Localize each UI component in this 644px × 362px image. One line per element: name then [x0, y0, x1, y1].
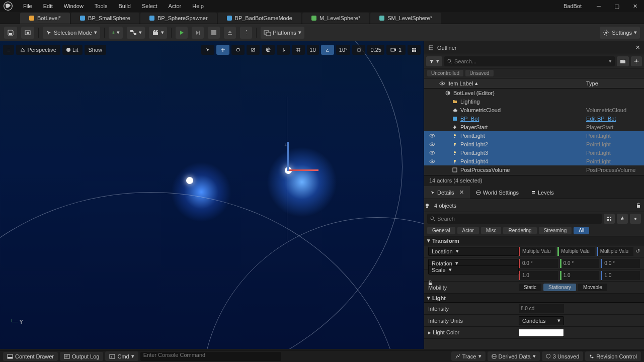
angle-size[interactable]: 10°	[336, 45, 351, 55]
outliner-settings[interactable]	[631, 56, 642, 66]
tree-row[interactable]: Lighting	[424, 97, 644, 106]
rot-x[interactable]: 0.0 °	[519, 259, 558, 268]
mobility-movable[interactable]: Movable	[578, 284, 607, 291]
reset-icon[interactable]: ↺	[635, 248, 640, 254]
tab-sm_levelsphere-[interactable]: SM_LevelSphere*	[370, 13, 441, 24]
dtab-levels[interactable]: Levels	[525, 186, 560, 199]
outliner-tab[interactable]: Outliner ✕	[424, 41, 644, 54]
loc-y[interactable]: Multiple Valu	[557, 247, 594, 256]
menu-window[interactable]: Window	[59, 1, 89, 11]
add-content-button[interactable]: +▾	[109, 27, 123, 39]
tree-row[interactable]: PointLightPointLight	[424, 131, 644, 140]
console-input[interactable]	[140, 352, 281, 361]
sc-z[interactable]: 1.0	[601, 271, 640, 280]
sc-x[interactable]: 1.0	[519, 271, 558, 280]
tree-row[interactable]: PointLight3PointLight	[424, 148, 644, 157]
tab-bp_badbotgamemode[interactable]: BP_BadBotGameMode	[218, 13, 301, 24]
category-light[interactable]: ▾Light	[424, 294, 644, 303]
loc-x[interactable]: Multiple Valu	[519, 247, 555, 256]
sc-y[interactable]: 1.0	[560, 271, 599, 280]
rotate-tool[interactable]	[231, 45, 245, 55]
filter-all[interactable]: All	[574, 227, 589, 234]
tree-row[interactable]: PlayerStartPlayerStart	[424, 123, 644, 131]
lock-icon[interactable]	[636, 203, 641, 209]
app-logo[interactable]	[2, 0, 14, 12]
menu-edit[interactable]: Edit	[38, 1, 58, 11]
browse-button[interactable]	[21, 27, 34, 39]
play-button[interactable]	[176, 27, 188, 39]
menu-build[interactable]: Build	[114, 1, 136, 11]
derived-data-button[interactable]: Derived Data▾	[488, 351, 540, 361]
output-log-button[interactable]: Output Log	[60, 352, 103, 361]
tree-row[interactable]: VolumetricCloudVolumetricCloud	[424, 106, 644, 114]
tab-m_levelsphere-[interactable]: M_LevelSphere*	[302, 13, 369, 24]
filter-actor[interactable]: Actor	[457, 227, 479, 234]
tab-botlevel-[interactable]: BotLevel*	[20, 13, 70, 24]
grid-size[interactable]: 10	[307, 45, 319, 55]
scale-dropdown[interactable]: Scale▾	[428, 265, 519, 275]
revision-control-button[interactable]: Revision Control	[585, 351, 641, 361]
details-favorite[interactable]: ★	[617, 214, 628, 224]
step-button[interactable]	[192, 27, 204, 39]
viewport-options[interactable]: ≡	[3, 45, 14, 55]
selection-mode-dropdown[interactable]: Selection Mode ▾	[43, 27, 100, 39]
outliner-search[interactable]: ▾	[444, 56, 615, 66]
show-dropdown[interactable]: Show	[85, 45, 107, 55]
details-settings[interactable]	[630, 214, 641, 224]
minimize-button[interactable]: ─	[592, 0, 606, 12]
lit-dropdown[interactable]: Lit	[62, 45, 83, 55]
outliner-tree[interactable]: BotLevel (Editor)LightingVolumetricCloud…	[424, 88, 644, 175]
settings-dropdown[interactable]: Settings▾	[600, 27, 640, 39]
tree-row[interactable]: PointLight4PointLight	[424, 157, 644, 165]
rot-z[interactable]: 0.0 °	[601, 259, 640, 268]
tree-row[interactable]: BP_BotEdit BP_Bot	[424, 114, 644, 123]
filter-rendering[interactable]: Rendering	[503, 227, 536, 234]
chevron-down-icon[interactable]: ▾	[609, 58, 612, 64]
cinematics-button[interactable]: ▾	[149, 27, 167, 39]
outliner-close[interactable]: ✕	[635, 44, 640, 51]
details-view-grid[interactable]	[604, 214, 615, 224]
platforms-dropdown[interactable]: Platforms▾	[261, 27, 304, 39]
select-tool[interactable]	[201, 45, 214, 55]
content-drawer-button[interactable]: Content Drawer	[3, 352, 58, 361]
viewport[interactable]: ≡ Perspective Lit Show 10 10° 0.25 1	[0, 41, 424, 349]
cmd-button[interactable]: Cmd▾	[105, 351, 138, 361]
filter-general[interactable]: General	[427, 227, 455, 234]
menu-actor[interactable]: Actor	[164, 1, 187, 11]
scale-size[interactable]: 0.25	[367, 45, 384, 55]
tree-row[interactable]: PostProcessVolumePostProcessVolume	[424, 165, 644, 174]
chip-uncontrolled[interactable]: Uncontrolled	[427, 70, 463, 76]
tree-row[interactable]: BotLevel (Editor)	[424, 88, 644, 97]
move-tool[interactable]	[216, 45, 229, 55]
surface-snap[interactable]	[277, 45, 290, 55]
intensity-input[interactable]: 8.0 cd	[519, 304, 564, 313]
menu-tools[interactable]: Tools	[90, 1, 113, 11]
viewport-layout[interactable]	[408, 45, 421, 55]
dtab-world-settings[interactable]: World Settings	[470, 186, 525, 199]
close-button[interactable]: ✕	[628, 0, 642, 12]
expand-icon[interactable]: ▸	[428, 329, 431, 335]
trace-button[interactable]: Trace▾	[451, 351, 486, 361]
loc-z[interactable]: Multiple Valu	[597, 247, 633, 256]
rot-y[interactable]: 0.0 °	[560, 259, 599, 268]
perspective-dropdown[interactable]: Perspective	[16, 45, 60, 55]
outliner-header[interactable]: Item Label ▴ Type	[424, 78, 644, 88]
category-transform[interactable]: ▾Transform	[424, 236, 644, 245]
mobility-static[interactable]: Static	[519, 284, 541, 291]
angle-snap[interactable]	[321, 45, 334, 55]
dtab-details[interactable]: Details✕	[424, 186, 470, 199]
new-folder-button[interactable]: +	[617, 56, 629, 66]
tree-row[interactable]: PointLight2PointLight	[424, 140, 644, 148]
details-search-input[interactable]	[437, 216, 599, 222]
eject-button[interactable]	[224, 27, 236, 39]
play-options-button[interactable]: ⋮	[240, 27, 252, 39]
stop-button[interactable]	[208, 27, 220, 39]
filter-misc[interactable]: Misc	[481, 227, 502, 234]
light-color-swatch[interactable]	[519, 329, 564, 337]
camera-speed[interactable]: 1	[386, 45, 406, 55]
mobility-stationary[interactable]: Stationary	[543, 284, 576, 291]
menu-file[interactable]: File	[18, 1, 37, 11]
outliner-filter[interactable]: ▾	[426, 56, 442, 66]
filter-streaming[interactable]: Streaming	[539, 227, 572, 234]
maximize-button[interactable]: ▢	[610, 0, 624, 12]
